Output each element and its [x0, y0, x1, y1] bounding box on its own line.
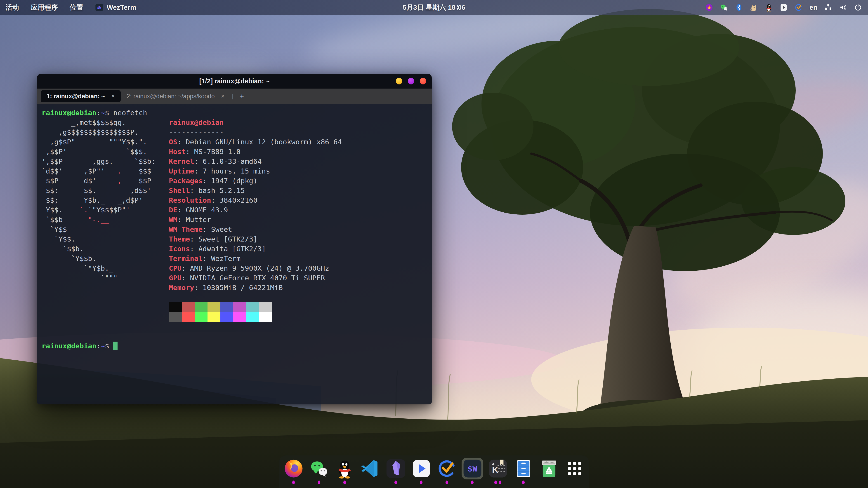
- palette-swatch: [246, 302, 259, 312]
- firefox-icon: [283, 458, 305, 480]
- neofetch-info-row: Host: MS-7B89 1.0: [169, 147, 342, 157]
- wezterm-window: [1/2] rainux@debian: ~ 1: rainux@debian:…: [37, 74, 432, 404]
- neofetch-title: rainux@debian: [169, 118, 342, 127]
- wezterm-icon: $W: [462, 458, 483, 480]
- places-menu[interactable]: 位置: [70, 3, 83, 12]
- volume-icon[interactable]: [839, 3, 847, 11]
- ticktick-icon: [436, 458, 458, 480]
- app-grid-icon: [564, 458, 585, 480]
- qq-icon: [334, 458, 355, 480]
- window-titlebar[interactable]: [1/2] rainux@debian: ~: [37, 74, 432, 89]
- cat-pet-icon[interactable]: [750, 3, 758, 11]
- dock-item-wezterm[interactable]: $W: [462, 458, 483, 485]
- new-tab-button[interactable]: +: [237, 92, 246, 101]
- neofetch-ascii-logo: _,met$$$$$gg. ,g$$$$$$$$$$$$$$$P. ,g$$P"…: [41, 118, 156, 283]
- koodo-reader-icon: K: [487, 458, 509, 480]
- vscode-icon: [360, 458, 381, 480]
- applications-menu[interactable]: 应用程序: [31, 3, 58, 12]
- svg-text:$W: $W: [467, 464, 477, 473]
- tab-2[interactable]: 2: rainux@debian: ~/apps/koodo×: [121, 90, 230, 102]
- palette-swatch: [195, 302, 208, 312]
- clock[interactable]: 5月3日 星期六 18∶06: [403, 0, 465, 15]
- ticktick-icon[interactable]: [795, 3, 803, 11]
- focused-app-name: WezTerm: [107, 4, 136, 11]
- shell-prompt-line: rainux@debian:~$: [41, 341, 118, 351]
- dock-item-obsidian[interactable]: [385, 458, 407, 485]
- palette-swatch: [169, 312, 182, 322]
- terminal-content[interactable]: rainux@debian:~$ neofetch _,met$$$$$gg. …: [37, 104, 432, 404]
- dock-item-wechat[interactable]: [308, 458, 330, 485]
- obsidian-icon: [385, 458, 407, 480]
- running-indicator: [522, 480, 525, 485]
- trash-icon: [538, 458, 560, 480]
- dock-item-vscode[interactable]: [360, 458, 381, 485]
- shell-prompt-line: rainux@debian:~$ neofetch: [41, 108, 147, 118]
- palette-swatch: [182, 302, 195, 312]
- network-icon[interactable]: [824, 3, 832, 11]
- neofetch-info-row: CPU: AMD Ryzen 9 5900X (24) @ 3.700GHz: [169, 263, 342, 273]
- running-indicator: [494, 480, 501, 485]
- running-indicator: [318, 480, 320, 485]
- files-icon: [513, 458, 534, 480]
- neofetch-info-row: Uptime: 7 hours, 15 mins: [169, 166, 342, 176]
- running-indicator: [395, 480, 397, 485]
- dock-item-firefox[interactable]: [283, 458, 305, 485]
- neofetch-info-row: DE: GNOME 43.9: [169, 205, 342, 215]
- svg-text:K: K: [492, 465, 498, 475]
- neofetch-info-row: WM Theme: Sweet: [169, 225, 342, 234]
- neofetch-info-row: Terminal: WezTerm: [169, 254, 342, 263]
- tab-label: 1: rainux@debian: ~: [46, 93, 105, 100]
- palette-swatch: [233, 312, 246, 322]
- close-button[interactable]: [420, 78, 426, 85]
- power-icon[interactable]: [854, 3, 862, 11]
- wezterm-icon: $W: [95, 3, 103, 12]
- neofetch-color-palette: [169, 302, 272, 322]
- palette-swatch: [233, 302, 246, 312]
- svg-text:$W: $W: [97, 6, 101, 10]
- bluetooth-icon[interactable]: [735, 3, 743, 11]
- palette-swatch: [208, 302, 220, 312]
- tab-1[interactable]: 1: rainux@debian: ~×: [41, 90, 121, 102]
- dock-item-app-grid[interactable]: [564, 458, 585, 485]
- terminal-cursor: [113, 341, 118, 350]
- neofetch-info-row: GPU: NVIDIA GeForce RTX 4070 Ti SUPER: [169, 273, 342, 283]
- qq-icon[interactable]: [765, 3, 773, 11]
- dock-item-trash[interactable]: [538, 458, 560, 485]
- palette-swatch: [246, 312, 259, 322]
- tab-label: 2: rainux@debian: ~/apps/koodo: [127, 93, 215, 100]
- input-method-indicator[interactable]: en: [809, 4, 817, 11]
- tab-bar: 1: rainux@debian: ~×2: rainux@debian: ~/…: [37, 89, 432, 104]
- focused-app-indicator[interactable]: $W WezTerm: [95, 3, 136, 12]
- app-flame-icon[interactable]: [705, 3, 713, 11]
- neofetch-info: rainux@debian-------------OS: Debian GNU…: [169, 118, 342, 293]
- neofetch-info-row: Resolution: 3840×2160: [169, 195, 342, 205]
- window-title: [1/2] rainux@debian: ~: [199, 77, 270, 85]
- dock: $WK: [279, 455, 589, 488]
- activities-button[interactable]: 活动: [5, 3, 19, 12]
- tab-close-icon[interactable]: ×: [221, 93, 225, 100]
- palette-swatch: [182, 312, 195, 322]
- media-player-tray-icon[interactable]: [780, 3, 788, 11]
- palette-swatch: [220, 312, 233, 322]
- palette-swatch: [259, 312, 272, 322]
- palette-swatch: [208, 312, 220, 322]
- neofetch-info-row: WM: Mutter: [169, 215, 342, 225]
- running-indicator: [471, 480, 473, 485]
- dock-item-koodo-reader[interactable]: K: [487, 458, 509, 485]
- wechat-icon[interactable]: [720, 3, 728, 11]
- gnome-top-bar: 活动 应用程序 位置 $W WezTerm 5月3日 星期六 18∶06 en: [0, 0, 868, 15]
- wechat-icon: [308, 458, 330, 480]
- dock-item-media-player[interactable]: [410, 458, 432, 485]
- dock-item-files[interactable]: [513, 458, 534, 485]
- dock-item-qq[interactable]: [334, 458, 355, 485]
- tab-separator: |: [232, 93, 234, 100]
- neofetch-info-row: Packages: 1947 (dpkg): [169, 176, 342, 186]
- palette-swatch: [259, 302, 272, 312]
- dock-item-ticktick[interactable]: [436, 458, 458, 485]
- neofetch-info-row: OS: Debian GNU/Linux 12 (bookworm) x86_6…: [169, 137, 342, 147]
- tab-close-icon[interactable]: ×: [111, 93, 115, 100]
- palette-swatch: [169, 302, 182, 312]
- maximize-button[interactable]: [408, 78, 414, 85]
- minimize-button[interactable]: [396, 78, 402, 85]
- neofetch-info-row: Icons: Adwaita [GTK2/3]: [169, 244, 342, 254]
